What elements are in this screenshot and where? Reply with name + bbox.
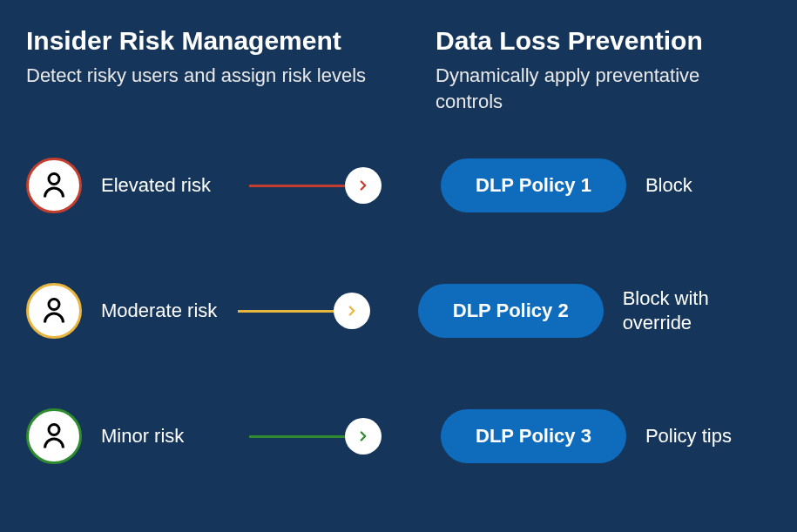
connector-line xyxy=(238,310,342,313)
arrow-circle-icon xyxy=(345,167,382,204)
risk-row-minor: Minor risk DLP Policy 3 Policy tips xyxy=(26,408,771,464)
connector-elevated xyxy=(249,167,397,204)
risk-label-moderate: Moderate risk xyxy=(101,300,238,322)
policy-pill-1: DLP Policy 1 xyxy=(441,158,626,212)
connector-minor xyxy=(249,418,397,455)
header-left-column: Insider Risk Management Detect risky use… xyxy=(26,26,436,114)
connector-line xyxy=(249,185,354,187)
connector-moderate xyxy=(238,293,375,329)
person-icon xyxy=(38,421,70,452)
person-icon xyxy=(38,295,70,327)
svg-point-0 xyxy=(49,174,59,185)
dlp-title: Data Loss Prevention xyxy=(436,26,771,56)
header-row: Insider Risk Management Detect risky use… xyxy=(26,26,771,114)
chevron-right-icon xyxy=(344,303,360,319)
policy-pill-2: DLP Policy 2 xyxy=(418,284,604,338)
chevron-right-icon xyxy=(355,428,371,444)
svg-point-1 xyxy=(49,300,59,310)
svg-point-2 xyxy=(49,425,59,435)
risk-label-elevated: Elevated risk xyxy=(101,174,249,197)
user-icon-elevated xyxy=(26,158,82,213)
insider-risk-subtitle: Detect risky users and assign risk level… xyxy=(26,63,436,89)
action-label-block-override: Block with override xyxy=(623,286,771,336)
arrow-circle-icon xyxy=(345,418,382,455)
connector-line xyxy=(249,435,354,438)
policy-pill-3: DLP Policy 3 xyxy=(441,409,626,463)
action-label-policy-tips: Policy tips xyxy=(645,424,732,449)
header-right-column: Data Loss Prevention Dynamically apply p… xyxy=(436,26,771,114)
arrow-circle-icon xyxy=(334,293,370,329)
user-icon-minor xyxy=(26,408,82,464)
action-label-block: Block xyxy=(645,173,692,199)
risk-row-moderate: Moderate risk DLP Policy 2 Block with ov… xyxy=(26,283,771,339)
risk-row-elevated: Elevated risk DLP Policy 1 Block xyxy=(26,158,771,213)
risk-label-minor: Minor risk xyxy=(101,425,249,448)
dlp-subtitle: Dynamically apply preventative controls xyxy=(436,63,771,114)
person-icon xyxy=(38,170,70,201)
insider-risk-title: Insider Risk Management xyxy=(26,26,436,56)
user-icon-moderate xyxy=(26,283,82,339)
chevron-right-icon xyxy=(355,178,371,193)
